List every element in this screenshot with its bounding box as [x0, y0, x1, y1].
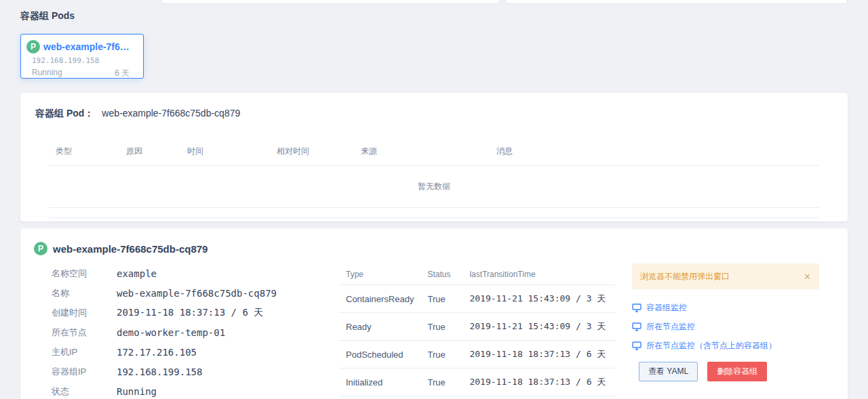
close-icon[interactable]: ✕	[802, 271, 812, 282]
page-title: 容器组 Pods	[20, 10, 75, 22]
pod-events-card: 容器组 Pod：web-example-7f668c75db-cq879 类型 …	[20, 93, 848, 222]
monitor-icon	[632, 341, 642, 350]
events-col-reason: 原因	[119, 138, 180, 166]
events-table-footer	[49, 208, 819, 218]
events-title-label: 容器组 Pod：	[35, 108, 94, 119]
attr-row-pod-ip: 容器组IP 192.168.199.158	[52, 362, 323, 381]
events-col-relative-time: 相对时间	[270, 138, 354, 166]
attr-row-created: 创建时间 2019-11-18 18:37:13 / 6 天	[52, 303, 323, 322]
pod-attributes: 名称空间 example 名称 web-example-7f668c75db-c…	[52, 264, 323, 399]
condition-row-initialized: Initialized True 2019-11-18 18:37:13 / 6…	[339, 369, 616, 396]
pod-name-link[interactable]: web-example-7f6…	[43, 41, 130, 52]
events-table-header-row: 类型 原因 时间 相对时间 来源 消息	[49, 138, 819, 166]
card-fragment-top-left	[161, 0, 500, 4]
attr-row-status: 状态 Running	[52, 381, 323, 399]
popup-warning-alert: 浏览器不能禁用弹出窗口 ✕	[632, 264, 819, 289]
node-monitor-link[interactable]: 所在节点监控	[632, 317, 819, 336]
events-table: 类型 原因 时间 相对时间 来源 消息 暂无数据	[49, 138, 819, 208]
pod-monitor-link[interactable]: 容器组监控	[632, 298, 819, 317]
alert-message: 浏览器不能禁用弹出窗口	[640, 271, 730, 282]
card-fragment-top-right	[505, 0, 848, 4]
pod-status: Running	[32, 68, 62, 79]
events-col-message: 消息	[490, 138, 819, 166]
cond-col-type: Type	[339, 265, 420, 285]
attr-row-name: 名称 web-example-7f668c75db-cq879	[52, 283, 323, 303]
conditions-table: Type Status lastTransitionTime Container…	[339, 265, 616, 396]
pod-badge-icon: P	[26, 40, 40, 54]
monitor-icon	[632, 303, 642, 312]
delete-pod-button[interactable]: 删除容器组	[707, 362, 767, 381]
conditions-header-row: Type Status lastTransitionTime	[339, 265, 616, 285]
pod-detail-card: P web-example-7f668c75db-cq879 名称空间 exam…	[20, 228, 848, 399]
pod-age: 6 天	[115, 68, 130, 79]
node-monitor-with-pods-link[interactable]: 所在节点监控（含节点上的容器组）	[632, 336, 819, 355]
pod-badge-icon: P	[34, 242, 47, 255]
condition-row-ready: Ready True 2019-11-21 15:43:09 / 3 天	[339, 313, 616, 341]
events-col-type: 类型	[49, 138, 119, 166]
detail-side-panel: 浏览器不能禁用弹出窗口 ✕ 容器组监控 所在节点监控	[632, 264, 819, 381]
pod-card-selected[interactable]: P web-example-7f6… 192.168.199.158 Runni…	[20, 34, 144, 79]
events-title-value: web-example-7f668c75db-cq879	[102, 108, 240, 119]
condition-row-pod-scheduled: PodScheduled True 2019-11-18 18:37:13 / …	[339, 341, 616, 369]
pod-detail-page: 容器组 Pods P web-example-7f6… 192.168.199.…	[0, 0, 868, 399]
events-col-time: 时间	[180, 138, 270, 166]
pod-ip: 192.168.199.158	[32, 56, 136, 65]
attr-row-host-ip: 主机IP 172.17.216.105	[52, 342, 323, 362]
monitor-icon	[632, 322, 642, 331]
condition-row-containers-ready: ContainersReady True 2019-11-21 15:43:09…	[339, 285, 616, 313]
events-col-source: 来源	[354, 138, 490, 166]
empty-data-text: 暂无数据	[49, 166, 819, 208]
cond-col-status: Status	[420, 265, 462, 285]
events-card-header: 容器组 Pod：web-example-7f668c75db-cq879	[20, 93, 848, 120]
view-yaml-button[interactable]: 查看 YAML	[639, 362, 698, 381]
events-empty-row: 暂无数据	[49, 166, 819, 208]
attr-row-node: 所在节点 demo-worker-temp-01	[52, 322, 323, 342]
detail-pod-name: web-example-7f668c75db-cq879	[53, 243, 208, 255]
attr-row-namespace: 名称空间 example	[52, 264, 323, 283]
cond-col-last-transition: lastTransitionTime	[462, 265, 616, 285]
